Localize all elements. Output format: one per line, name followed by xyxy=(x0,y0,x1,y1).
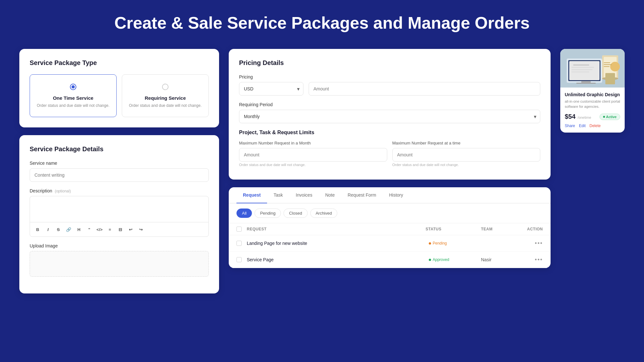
upload-box[interactable] xyxy=(30,251,209,277)
description-group: Description (optional) B I S 🔗 H " </> xyxy=(30,188,209,237)
quote-button[interactable]: " xyxy=(85,225,94,234)
type-option-requiring[interactable]: Requiring Service Order status and due d… xyxy=(122,74,209,117)
filter-all[interactable]: All xyxy=(236,209,252,218)
limits-row: Maximum Number Request in a Month Order … xyxy=(239,141,540,167)
active-badge: Active xyxy=(600,114,620,120)
table-row: Service Page Approved Nasir ••• xyxy=(229,252,551,268)
pricing-details-title: Pricing Details xyxy=(239,59,540,67)
tab-history[interactable]: History xyxy=(383,187,410,203)
code-button[interactable]: </> xyxy=(95,225,104,234)
tab-task[interactable]: Task xyxy=(267,187,289,203)
type-label-requiring: Requiring Service xyxy=(145,95,186,101)
filter-archived[interactable]: Archived xyxy=(310,209,338,218)
strike-button[interactable]: S xyxy=(54,225,63,234)
type-option-one-time[interactable]: One Time Service Order status and due da… xyxy=(30,74,117,117)
svg-rect-18 xyxy=(604,66,610,67)
max-month-input[interactable] xyxy=(239,148,387,162)
product-card: Unlimited Graphic Design all-in-one cust… xyxy=(560,49,625,133)
service-name-label: Service name xyxy=(30,161,209,166)
page-title: Create & Sale Service Packages and Manag… xyxy=(19,13,625,33)
bold-button[interactable]: B xyxy=(33,225,42,234)
upload-image-label: Upload Image xyxy=(30,243,209,248)
row-2-team: Nasir xyxy=(481,257,520,262)
delete-button[interactable]: Delete xyxy=(590,124,601,128)
currency-field: USD EUR GBP ▾ xyxy=(239,82,303,96)
row-1-status-badge: Pending xyxy=(426,240,450,247)
service-name-input[interactable] xyxy=(30,168,209,182)
main-content: Service Package Type One Time Service Or… xyxy=(19,49,625,293)
type-label-one-time: One Time Service xyxy=(53,95,93,101)
redo-button[interactable]: ↪ xyxy=(136,225,145,234)
svg-rect-8 xyxy=(572,71,589,72)
product-image xyxy=(560,49,625,88)
upload-image-group: Upload Image xyxy=(30,243,209,277)
product-price: $54 xyxy=(565,113,575,120)
row-2-status-badge: Approved xyxy=(426,256,452,263)
table-row: Landing Page for new website Pending ••• xyxy=(229,235,551,252)
edit-button[interactable]: Edit xyxy=(579,124,586,128)
description-label: Description (optional) xyxy=(30,188,209,193)
product-actions: Share Edit Delete xyxy=(565,124,620,128)
link-button[interactable]: 🔗 xyxy=(64,225,73,234)
pricing-label: Pricing xyxy=(239,74,540,79)
tab-invoices[interactable]: Invoices xyxy=(289,187,319,203)
editor-toolbar: B I S 🔗 H " </> ≡ ⊟ ↩ ↪ xyxy=(30,222,208,237)
max-month-hint: Order status and due date will not chang… xyxy=(239,163,387,167)
max-time-hint: Order status and due date will not chang… xyxy=(392,163,541,167)
svg-rect-5 xyxy=(573,64,589,66)
filter-closed[interactable]: Closed xyxy=(284,209,307,218)
service-name-group: Service name xyxy=(30,161,209,182)
list-button[interactable]: ≡ xyxy=(105,225,114,234)
italic-button[interactable]: I xyxy=(43,225,53,234)
svg-rect-16 xyxy=(604,62,610,63)
tab-note[interactable]: Note xyxy=(319,187,341,203)
row-1-name: Landing Page for new website xyxy=(247,241,422,246)
tabs-nav: Request Task Invoices Note Request Form … xyxy=(229,187,551,203)
row-1-status-dot xyxy=(429,242,431,245)
product-price-row: $54 /onetime Active xyxy=(565,113,620,120)
editor-content[interactable] xyxy=(30,196,208,222)
row-2-checkbox[interactable] xyxy=(236,257,243,262)
product-desc: all-in-one customizable client portal so… xyxy=(565,99,620,109)
page-wrapper: Create & Sale Service Packages and Manag… xyxy=(0,0,644,362)
row-1-checkbox[interactable] xyxy=(236,241,243,246)
tab-request[interactable]: Request xyxy=(236,187,267,203)
row-2-name: Service Page xyxy=(247,257,422,262)
service-package-type-title: Service Package Type xyxy=(30,59,209,67)
amount-field-1 xyxy=(309,82,540,96)
service-package-type-card: Service Package Type One Time Service Or… xyxy=(19,49,219,127)
period-select[interactable]: Monthly Weekly Yearly xyxy=(239,110,540,123)
tab-request-form[interactable]: Request Form xyxy=(341,187,383,203)
type-desc-one-time: Order status and due date will not chang… xyxy=(37,103,109,108)
type-desc-requiring: Order status and due date will not chang… xyxy=(129,103,201,108)
heading-button[interactable]: H xyxy=(74,225,83,234)
period-select-wrapper: Monthly Weekly Yearly ▾ xyxy=(239,110,540,123)
svg-rect-17 xyxy=(604,64,612,65)
svg-rect-13 xyxy=(576,83,596,84)
service-package-details-title: Service Package Details xyxy=(30,145,209,153)
max-month-label: Maximum Number Request in a Month xyxy=(239,141,387,145)
row-2-more-button[interactable]: ••• xyxy=(535,256,543,263)
radio-one-time xyxy=(70,84,76,90)
ordered-list-button[interactable]: ⊟ xyxy=(116,225,125,234)
select-all-checkbox[interactable] xyxy=(236,227,242,232)
product-period: /onetime xyxy=(578,116,591,119)
max-time-label: Maximum Number Request at a time xyxy=(392,141,541,145)
product-name: Unlimited Graphic Design xyxy=(565,92,620,97)
orders-card: Request Task Invoices Note Request Form … xyxy=(229,187,551,268)
max-time-field: Maximum Number Request at a time Order s… xyxy=(392,141,541,167)
currency-select[interactable]: USD EUR GBP xyxy=(239,82,303,96)
row-1-more-button[interactable]: ••• xyxy=(535,240,543,247)
product-body: Unlimited Graphic Design all-in-one cust… xyxy=(560,88,625,133)
currency-select-wrapper: USD EUR GBP ▾ xyxy=(239,82,303,96)
undo-button[interactable]: ↩ xyxy=(126,225,135,234)
amount-input-1[interactable] xyxy=(309,82,540,96)
filter-pending[interactable]: Pending xyxy=(255,209,281,218)
share-button[interactable]: Share xyxy=(565,124,575,128)
left-column: Service Package Type One Time Service Or… xyxy=(19,49,219,293)
max-time-input[interactable] xyxy=(392,148,541,162)
service-package-details-card: Service Package Details Service name Des… xyxy=(19,135,219,293)
col-request: REQUEST xyxy=(247,227,422,231)
table-header: REQUEST STATUS TEAM ACTION xyxy=(229,223,551,235)
description-editor[interactable]: B I S 🔗 H " </> ≡ ⊟ ↩ ↪ xyxy=(30,196,209,237)
